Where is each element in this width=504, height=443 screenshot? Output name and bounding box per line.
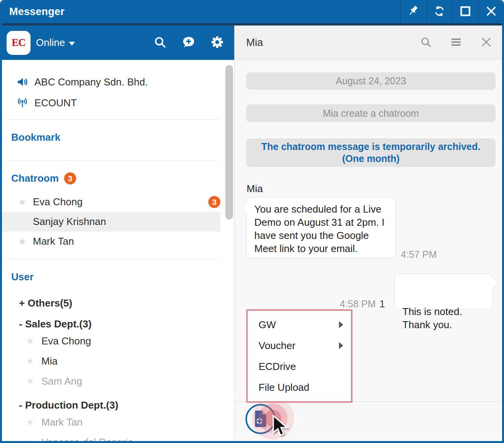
attach-file-button[interactable]	[245, 404, 276, 434]
chatroom-row[interactable]: ★ Mark Tan	[2, 232, 220, 251]
maximize-button[interactable]	[452, 0, 478, 23]
refresh-icon	[433, 5, 446, 19]
star-icon[interactable]: ★	[26, 336, 41, 346]
search-icon	[420, 36, 432, 49]
search-icon	[153, 35, 167, 50]
app-title: Messenger	[9, 6, 400, 18]
star-icon[interactable]: ★	[26, 437, 41, 441]
outgoing-message-text: This is noted. Thank you.	[402, 306, 462, 331]
settings-button[interactable]	[210, 35, 224, 50]
chatroom-row[interactable]: ★ Eva Chong 3	[2, 192, 220, 212]
antenna-icon	[16, 96, 29, 109]
sidebar-toolbar: EC Online	[2, 26, 234, 60]
chatroom-list: ★ Eva Chong 3 ★ Sanjay Krishnan ★ Mark T…	[2, 192, 234, 251]
hamburger-icon	[450, 36, 462, 49]
user-group-others[interactable]: + Others(5)	[19, 296, 234, 310]
scrollbar-thumb[interactable]	[225, 65, 233, 220]
contact-list: ABC Company Sdn. Bhd. ECOUNT Bookmark Ch…	[2, 60, 234, 441]
refresh-button[interactable]	[426, 0, 452, 23]
divider	[7, 259, 219, 259]
user-row[interactable]: ★ Mark Tan	[2, 412, 234, 432]
titlebar-actions	[400, 0, 504, 23]
chat-title: Mia	[246, 37, 420, 49]
submenu-arrow-icon	[339, 321, 343, 328]
unread-badge: 3	[208, 196, 220, 208]
bubble-tail	[492, 277, 499, 289]
unread-count: 1	[380, 298, 385, 310]
user-group-sales[interactable]: - Sales Dept.(3)	[19, 317, 234, 331]
presence-label: Online	[36, 37, 65, 49]
outgoing-message-bubble[interactable]: This is noted. Thank you.	[394, 274, 493, 309]
chatroom-row-selected[interactable]: ★ Sanjay Krishnan	[2, 212, 220, 232]
sidebar-item-bookmark[interactable]: Bookmark	[11, 131, 234, 143]
divider	[7, 160, 219, 161]
chat-panel: Mia August 24, 2023 Mia create a chatroo…	[235, 26, 502, 441]
sidebar-scrollbar[interactable]	[225, 62, 233, 441]
chat-menu-button[interactable]	[450, 36, 462, 49]
title-bar: Messenger	[0, 0, 504, 26]
sidebar-item-chatroom[interactable]: Chatroom 3	[11, 172, 234, 184]
chat-body: August 24, 2023 Mia create a chatroom Th…	[235, 60, 502, 441]
user-row[interactable]: ★ Eva Chong	[2, 331, 234, 351]
announcement-label: ECOUNT	[34, 97, 77, 109]
pin-button[interactable]	[400, 0, 426, 23]
announcement-label: ABC Company Sdn. Bhd.	[34, 76, 148, 88]
incoming-message-time: 4:57 PM	[401, 249, 437, 260]
star-icon[interactable]: ★	[18, 236, 33, 247]
chatroom-count-badge: 3	[64, 172, 76, 184]
message-sender: Mia	[247, 183, 263, 195]
sidebar-item-user[interactable]: User	[11, 271, 234, 283]
ecount-logo: EC	[7, 31, 31, 55]
file-plus-icon	[252, 409, 269, 429]
announcement-item-company[interactable]: ABC Company Sdn. Bhd.	[2, 72, 234, 92]
bubble-tail	[241, 202, 247, 214]
chat-plus-icon	[182, 35, 196, 50]
gear-icon	[210, 35, 224, 50]
star-icon[interactable]: ★	[26, 417, 41, 428]
incoming-message-bubble[interactable]: You are scheduled for a Live Demo on Aug…	[246, 197, 396, 258]
star-icon[interactable]: ★	[18, 197, 33, 208]
menu-item-file-upload[interactable]: File Upload	[248, 377, 351, 398]
attach-context-menu: GW Voucher ECDrive File Upload	[246, 309, 352, 403]
archive-banner: The chatroom message is temporarily arch…	[246, 138, 495, 167]
chat-close-button[interactable]	[480, 36, 492, 49]
user-row[interactable]: ★ Mia	[2, 351, 234, 371]
pin-icon	[407, 5, 420, 19]
outgoing-message-meta: 4:58 PM 1	[340, 298, 385, 310]
user-row[interactable]: ★ Vanessa del Rosario	[2, 432, 234, 441]
search-button[interactable]	[153, 35, 167, 50]
close-icon	[480, 36, 492, 49]
user-group-production[interactable]: - Production Dept.(3)	[19, 398, 234, 412]
star-icon[interactable]: ★	[26, 376, 41, 387]
announcement-item-ecount[interactable]: ECOUNT	[2, 92, 234, 113]
star-icon[interactable]: ★	[26, 356, 41, 366]
chevron-down-icon	[69, 42, 75, 46]
incoming-message-text: You are scheduled for a Live Demo on Aug…	[254, 203, 385, 254]
sidebar: EC Online	[2, 26, 235, 441]
messenger-window: Messenger EC Online	[0, 0, 504, 443]
maximize-icon	[459, 5, 472, 19]
megaphone-icon	[16, 75, 29, 89]
menu-item-ecdrive[interactable]: ECDrive	[248, 356, 351, 377]
outgoing-message-time: 4:58 PM	[340, 298, 376, 310]
submenu-arrow-icon	[339, 342, 343, 349]
menu-item-gw[interactable]: GW	[248, 314, 351, 335]
main-area: EC Online	[2, 26, 502, 441]
menu-item-voucher[interactable]: Voucher	[248, 335, 351, 356]
date-banner: August 24, 2023	[246, 72, 495, 90]
divider	[7, 119, 219, 120]
chat-search-button[interactable]	[420, 36, 432, 49]
close-window-button[interactable]	[478, 0, 504, 23]
event-banner: Mia create a chatroom	[246, 104, 495, 122]
presence-dropdown[interactable]: Online	[36, 37, 153, 49]
close-icon	[485, 5, 497, 19]
new-chat-button[interactable]	[182, 35, 196, 50]
user-row[interactable]: ★ Sam Ang	[2, 371, 234, 391]
chat-header: Mia	[235, 26, 502, 60]
